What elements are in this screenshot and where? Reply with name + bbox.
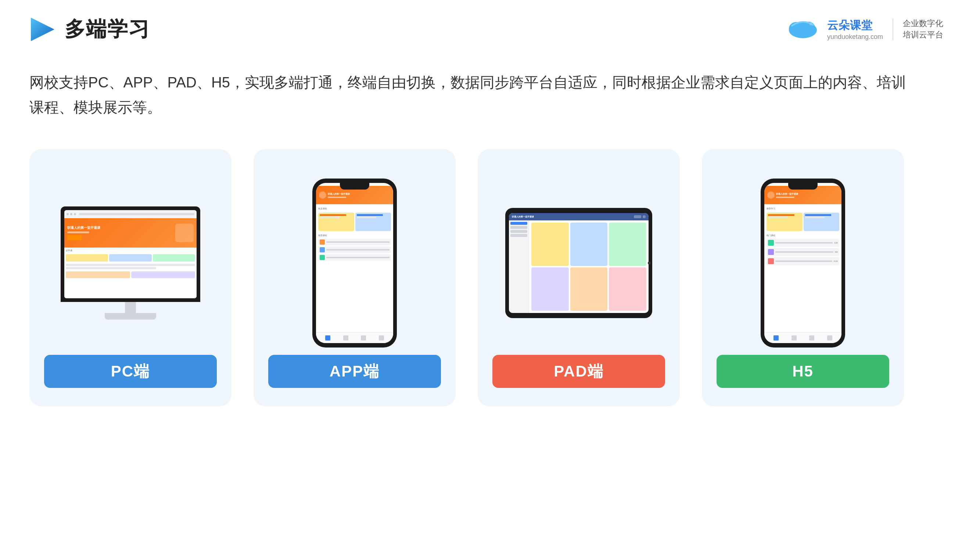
h5-device-image: 职通人的第一堂开通课 推荐学习 <box>716 171 889 355</box>
tablet-outer: 职通人的第一堂开通课 <box>505 208 652 318</box>
phone-mockup-h5: 职通人的第一堂开通课 推荐学习 <box>760 178 845 348</box>
brand-logo: 云朵课堂 yunduoketang.com 企业数字化 培训云平台 <box>784 15 943 44</box>
pad-device-image: 职通人的第一堂开通课 <box>492 171 665 355</box>
pc-device-image: 职通人的第一堂开通课 必学课 <box>44 171 217 355</box>
svg-marker-0 <box>31 17 54 41</box>
pad-label: PAD端 <box>492 355 665 388</box>
pc-label: PC端 <box>44 355 217 388</box>
cards-section: 职通人的第一堂开通课 必学课 <box>0 142 980 436</box>
phone-outer-app: 职通人的第一堂开通课 热卖课程 <box>312 178 397 348</box>
monitor-screen: 职通人的第一堂开通课 必学课 <box>64 210 197 298</box>
page-title: 多端学习 <box>65 16 150 43</box>
play-icon <box>29 16 56 43</box>
svg-point-4 <box>810 22 813 25</box>
phone-outer-h5: 职通人的第一堂开通课 推荐学习 <box>760 178 845 348</box>
divider <box>892 18 893 40</box>
app-card: 职通人的第一堂开通课 热卖课程 <box>253 149 456 406</box>
tablet-screen: 职通人的第一堂开通课 <box>509 213 649 313</box>
brand-text: 云朵课堂 yunduoketang.com <box>827 18 883 41</box>
monitor-mockup: 职通人的第一堂开通课 必学课 <box>60 206 200 319</box>
page-header: 多端学习 云朵课堂 yunduoketang.com 企业数字化 培训云平台 <box>0 0 980 55</box>
brand-url: yunduoketang.com <box>827 33 883 41</box>
description-section: 网校支持PC、APP、PAD、H5，实现多端打通，终端自由切换，数据同步跨平台自… <box>0 55 980 142</box>
app-label: APP端 <box>268 355 441 388</box>
pad-card: 职通人的第一堂开通课 <box>478 149 680 406</box>
pc-card: 职通人的第一堂开通课 必学课 <box>29 149 232 406</box>
phone-screen-app: 职通人的第一堂开通课 热卖课程 <box>316 183 393 343</box>
app-device-image: 职通人的第一堂开通课 热卖课程 <box>268 171 441 355</box>
h5-label: H5 <box>716 355 889 388</box>
h5-card: 职通人的第一堂开通课 推荐学习 <box>702 149 904 406</box>
phone-mockup-app: 职通人的第一堂开通课 热卖课程 <box>312 178 397 348</box>
brand-tagline: 企业数字化 培训云平台 <box>903 18 943 41</box>
description-text: 网校支持PC、APP、PAD、H5，实现多端打通，终端自由切换，数据同步跨平台自… <box>29 70 911 120</box>
header-left: 多端学习 <box>29 16 150 43</box>
phone-screen-h5: 职通人的第一堂开通课 推荐学习 <box>764 183 842 343</box>
brand-name: 云朵课堂 <box>827 18 883 33</box>
tablet-mockup: 职通人的第一堂开通课 <box>505 208 652 318</box>
cloud-icon <box>784 15 821 44</box>
monitor-outer: 职通人的第一堂开通课 必学课 <box>60 206 200 302</box>
